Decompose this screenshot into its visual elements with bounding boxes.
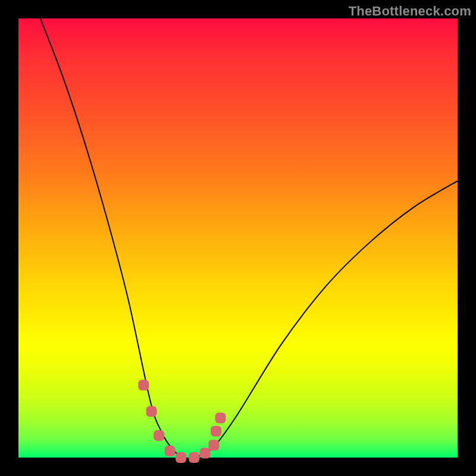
highlight-marker	[211, 426, 221, 437]
bottleneck-curve	[40, 18, 458, 458]
highlight-marker	[146, 406, 157, 417]
chart-container: TheBottleneck.com	[0, 0, 476, 476]
highlight-marker	[154, 430, 164, 441]
highlight-marker	[200, 448, 211, 459]
watermark-text: TheBottleneck.com	[349, 4, 471, 19]
curve-path	[40, 18, 458, 458]
highlight-marker	[215, 413, 226, 424]
highlight-markers	[138, 380, 226, 463]
highlight-marker	[165, 446, 176, 456]
chart-svg	[18, 18, 458, 458]
highlight-marker	[176, 452, 186, 463]
highlight-marker	[138, 380, 149, 390]
highlight-marker	[189, 452, 199, 463]
highlight-marker	[208, 440, 219, 450]
